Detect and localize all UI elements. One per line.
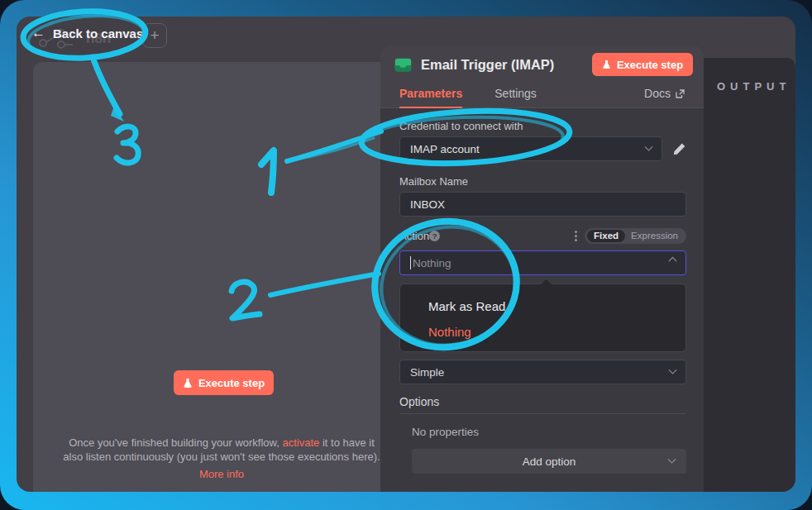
mailbox-input[interactable]: INBOX [399,192,686,217]
tab-parameters[interactable]: Parameters [399,79,462,107]
execute-step-label: Execute step [617,59,683,71]
format-value: Simple [410,366,444,379]
more-options-icon[interactable] [575,235,577,237]
action-label: Action [399,230,429,242]
format-select[interactable]: Simple [399,360,686,384]
flask-icon [183,378,193,388]
back-to-canvas-button[interactable]: ← Back to canvas [31,25,143,41]
node-details-panel: Email Trigger (IMAP) Execute step Parame… [380,45,704,492]
dropdown-option-mark-as-read[interactable]: Mark as Read [400,293,685,319]
credential-label: Credential to connect with [399,120,686,132]
external-link-icon [676,89,685,98]
gradient-frame: n8n ← Back to canvas + Execute step Once… [0,0,812,510]
canvas-footer-note: Once you've finished building your workf… [48,436,395,481]
activate-link[interactable]: activate [283,436,320,449]
action-value: Nothing [413,257,451,269]
mailbox-value: INBOX [410,198,445,211]
chevron-down-icon [668,455,676,464]
add-option-label: Add option [523,455,576,468]
credential-value: IMAP account [410,143,480,155]
chevron-down-icon [669,365,677,374]
app-window: n8n ← Back to canvas + Execute step Once… [17,17,795,492]
no-properties-text: No properties [412,426,686,438]
chevron-up-icon [669,256,677,265]
toggle-fixed[interactable]: Fixed [587,230,625,242]
chevron-down-icon [645,142,653,150]
panel-header: Email Trigger (IMAP) Execute step Parame… [380,45,704,108]
output-panel: OUTPUT [704,58,795,492]
action-dropdown-popup: Mark as Read Nothing [399,284,686,352]
flask-icon [602,60,611,69]
text-cursor [410,256,411,269]
node-title: Email Trigger (IMAP) [421,57,592,73]
execute-step-button-panel[interactable]: Execute step [592,53,693,76]
fixed-expression-toggle[interactable]: Fixed Expression [585,228,686,244]
footer-text: it to have it [319,436,374,449]
pencil-icon [672,142,686,156]
help-icon[interactable]: ? [429,231,440,241]
docs-label: Docs [644,87,671,100]
parameters-panel: Credential to connect with IMAP account … [380,108,704,474]
output-panel-title: OUTPUT [717,80,791,93]
add-node-button[interactable]: + [142,23,167,48]
email-imap-icon [394,58,412,72]
add-option-button[interactable]: Add option [412,449,686,474]
footer-text: Once you've finished building your workf… [69,436,282,449]
edit-credential-button[interactable] [672,142,686,156]
footer-text: also listen continuously (you just won't… [63,450,380,463]
mailbox-label: Mailbox Name [399,175,686,188]
execute-step-button-canvas[interactable]: Execute step [174,370,274,395]
back-arrow-icon: ← [31,25,45,41]
options-section-header: Options [399,395,686,414]
action-select[interactable]: Nothing [399,250,686,275]
toggle-expression[interactable]: Expression [628,230,684,242]
credential-select[interactable]: IMAP account [399,136,662,161]
more-info-link[interactable]: More info [48,467,395,481]
back-label: Back to canvas [53,26,143,41]
docs-link[interactable]: Docs [644,87,685,100]
execute-step-label: Execute step [198,377,265,389]
tab-settings[interactable]: Settings [494,79,537,107]
dropdown-option-nothing[interactable]: Nothing [400,319,685,345]
